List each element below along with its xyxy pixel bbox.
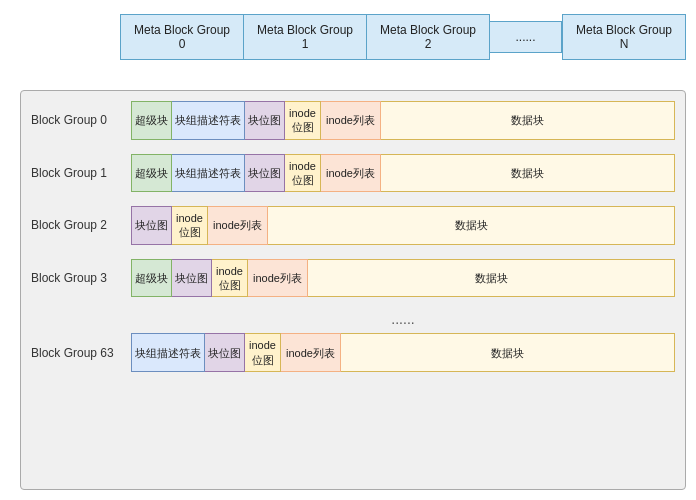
cell-inode-map: inode位图 [212, 259, 248, 298]
meta-block-2: Meta Block Group 2 [367, 14, 490, 60]
cell-bitmap: 块位图 [131, 206, 172, 245]
cell-data: 数据块 [341, 333, 675, 372]
block-group-label: Block Group 1 [31, 166, 131, 180]
cell-inode-map: inode位图 [285, 101, 321, 140]
cell-inode-list: inode列表 [208, 206, 268, 245]
block-group-row: Block Group 63块组描述符表块位图inode位图inode列表数据块 [31, 333, 675, 372]
block-group-row: Block Group 1超级块块组描述符表块位图inode位图inode列表数… [31, 154, 675, 193]
cell-inode-map: inode位图 [245, 333, 281, 372]
blocks-inner-container: 超级块块组描述符表块位图inode位图inode列表数据块 [131, 154, 675, 193]
cell-inode-map: inode位图 [172, 206, 208, 245]
meta-block-1: Meta Block Group 1 [244, 14, 367, 60]
cell-inode-map: inode位图 [285, 154, 321, 193]
cell-desc: 块组描述符表 [172, 154, 245, 193]
meta-block-n: Meta Block Group N [562, 14, 686, 60]
meta-block-row: Meta Block Group 0 Meta Block Group 1 Me… [120, 14, 686, 60]
block-group-label: Block Group 0 [31, 113, 131, 127]
block-group-row: Block Group 0超级块块组描述符表块位图inode位图inode列表数… [31, 101, 675, 140]
cell-data: 数据块 [268, 206, 675, 245]
block-group-label: Block Group 3 [31, 271, 131, 285]
block-group-row: Block Group 2块位图inode位图inode列表数据块 [31, 206, 675, 245]
blocks-inner-container: 超级块块组描述符表块位图inode位图inode列表数据块 [131, 101, 675, 140]
cell-bitmap: 块位图 [245, 101, 285, 140]
cell-inode-list: inode列表 [321, 154, 381, 193]
block-group-label: Block Group 63 [31, 346, 131, 360]
cell-bitmap: 块位图 [172, 259, 212, 298]
meta-block-ellipsis: ...... [490, 21, 562, 53]
cell-inode-list: inode列表 [248, 259, 308, 298]
cell-super: 超级块 [131, 259, 172, 298]
block-groups-container: Block Group 0超级块块组描述符表块位图inode位图inode列表数… [31, 101, 675, 372]
cell-inode-list: inode列表 [321, 101, 381, 140]
cell-super: 超级块 [131, 101, 172, 140]
blocks-inner-container: 块组描述符表块位图inode位图inode列表数据块 [131, 333, 675, 372]
blocks-inner-container: 超级块块位图inode位图inode列表数据块 [131, 259, 675, 298]
cell-inode-list: inode列表 [281, 333, 341, 372]
cell-bitmap: 块位图 [245, 154, 285, 193]
cell-bitmap: 块位图 [205, 333, 245, 372]
blocks-inner-container: 块位图inode位图inode列表数据块 [131, 206, 675, 245]
block-group-label: Block Group 2 [31, 218, 131, 232]
ellipsis-row: ...... [131, 311, 675, 327]
main-container: Block Group 0超级块块组描述符表块位图inode位图inode列表数… [20, 90, 686, 490]
cell-super: 超级块 [131, 154, 172, 193]
cell-desc: 块组描述符表 [172, 101, 245, 140]
cell-data: 数据块 [308, 259, 675, 298]
cell-data: 数据块 [381, 101, 675, 140]
cell-desc: 块组描述符表 [131, 333, 205, 372]
block-group-row: Block Group 3超级块块位图inode位图inode列表数据块 [31, 259, 675, 298]
meta-block-0: Meta Block Group 0 [120, 14, 244, 60]
cell-data: 数据块 [381, 154, 675, 193]
